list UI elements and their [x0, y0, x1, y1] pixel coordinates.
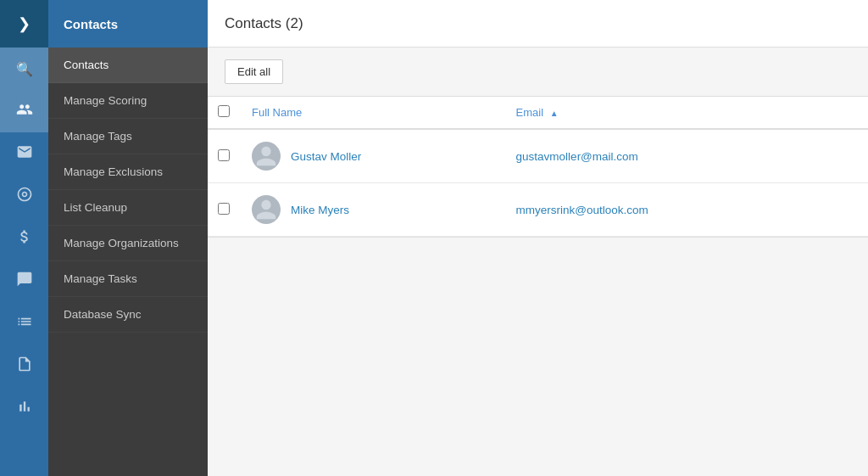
table-footer — [208, 237, 868, 274]
mail-nav-item[interactable] — [0, 132, 48, 175]
sidebar-item-manage-exclusions[interactable]: Manage Exclusions — [48, 154, 208, 190]
contact-email-link[interactable]: gustavmoller@mail.com — [516, 150, 638, 163]
dollar-icon — [16, 228, 33, 249]
list-nav-item[interactable] — [0, 302, 48, 344]
expand-icon: ❯ — [18, 14, 31, 33]
table-row: Gustav Moller gustavmoller@mail.com — [208, 129, 868, 183]
email-sort-arrow: ▲ — [550, 109, 559, 118]
target-nav-item[interactable] — [0, 175, 48, 217]
contacts-table: Full Name Email ▲ — [208, 97, 868, 237]
sidebar-item-manage-scoring[interactable]: Manage Scoring — [48, 83, 208, 119]
row-checkbox[interactable] — [218, 203, 230, 215]
full-name-column-header[interactable]: Full Name — [242, 97, 506, 129]
table-row: Mike Myers mmyersrink@outlook.com — [208, 183, 868, 237]
contact-name-link[interactable]: Gustav Moller — [291, 150, 361, 163]
left-nav-header: Contacts — [48, 0, 208, 48]
email-column-header[interactable]: Email ▲ — [506, 97, 868, 129]
avatar — [252, 142, 281, 171]
sidebar-item-database-sync[interactable]: Database Sync — [48, 297, 208, 333]
contact-name-link[interactable]: Mike Myers — [291, 204, 349, 216]
left-nav-title: Contacts — [64, 17, 118, 31]
table-header-row: Full Name Email ▲ — [208, 97, 868, 129]
sidebar-item-list-cleanup[interactable]: List Cleanup — [48, 190, 208, 226]
avatar — [252, 195, 281, 224]
contacts-table-wrapper: Full Name Email ▲ — [208, 97, 868, 274]
row-checkbox[interactable] — [218, 149, 230, 161]
list-icon — [16, 313, 33, 333]
row-name-cell: Gustav Moller — [242, 129, 506, 183]
select-all-header — [208, 97, 242, 129]
chart-icon — [16, 398, 33, 418]
main-header: Contacts (2) — [208, 0, 868, 48]
dollar-nav-item[interactable] — [0, 217, 48, 260]
left-nav: Contacts Contacts Manage Scoring Manage … — [48, 0, 208, 476]
chat-icon — [16, 271, 33, 291]
row-checkbox-cell — [208, 183, 242, 237]
sidebar-item-manage-organizations[interactable]: Manage Organizations — [48, 226, 208, 261]
main-body: Edit all Full Name Email ▲ — [208, 48, 868, 476]
sidebar-item-manage-tags[interactable]: Manage Tags — [48, 119, 208, 154]
row-email-cell: mmyersrink@outlook.com — [506, 183, 868, 237]
doc-nav-item[interactable] — [0, 344, 48, 387]
target-icon — [16, 186, 33, 206]
doc-icon — [16, 356, 33, 376]
page-title: Contacts (2) — [225, 15, 303, 32]
icon-bar: ❯ 🔍 — [0, 0, 48, 476]
expand-button[interactable]: ❯ — [0, 0, 48, 48]
row-name-cell: Mike Myers — [242, 183, 506, 237]
mail-icon — [16, 143, 33, 164]
edit-all-button[interactable]: Edit all — [225, 59, 283, 84]
main-content: Contacts (2) Edit all Full Name Email — [208, 0, 868, 476]
row-checkbox-cell — [208, 129, 242, 183]
search-icon: 🔍 — [16, 61, 33, 77]
chat-nav-item[interactable] — [0, 260, 48, 302]
contact-email-link[interactable]: mmyersrink@outlook.com — [516, 204, 648, 216]
contacts-icon — [16, 101, 33, 121]
search-nav-item[interactable]: 🔍 — [0, 48, 48, 90]
select-all-checkbox[interactable] — [218, 105, 230, 117]
toolbar: Edit all — [208, 48, 868, 97]
contacts-nav-item[interactable] — [0, 90, 48, 132]
row-email-cell: gustavmoller@mail.com — [506, 129, 868, 183]
chart-nav-item[interactable] — [0, 387, 48, 429]
sidebar-item-manage-tasks[interactable]: Manage Tasks — [48, 261, 208, 297]
sidebar-item-contacts[interactable]: Contacts — [48, 48, 208, 83]
